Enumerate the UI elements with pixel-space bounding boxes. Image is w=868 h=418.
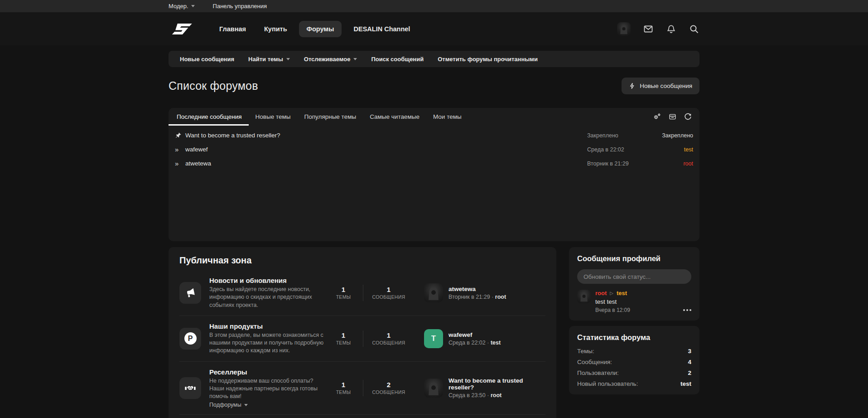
node-title[interactable]: Новости и обновления	[209, 277, 324, 284]
last-post-author[interactable]: test	[491, 340, 501, 346]
thread-user[interactable]: root	[683, 160, 693, 167]
subnav-mark-read[interactable]: Отметить форумы прочитанными	[438, 56, 538, 63]
new-posts-button[interactable]: Новые сообщения	[622, 78, 699, 94]
thread-meta: Вторник в 21:29 root	[587, 160, 693, 167]
page-content: Новые сообщения Найти темы Отслеживаемое…	[169, 45, 699, 418]
tab-most-read[interactable]: Самые читаемые	[363, 108, 426, 126]
stat-label: Пользователи:	[577, 369, 619, 376]
threads-stat: 1 ТЕМЫ	[324, 381, 363, 395]
last-post-title[interactable]: wafewef	[448, 331, 501, 338]
subforums-toggle[interactable]: Подфорумы	[209, 402, 324, 408]
thread-title[interactable]: atwetewa	[185, 160, 211, 167]
stat-row-users: Пользователи: 2	[577, 369, 691, 376]
last-post-meta: Среда в 22:02 · test	[448, 340, 501, 346]
thread-title[interactable]: wafewef	[185, 146, 208, 153]
last-post-date[interactable]: Среда в 22:02	[448, 340, 486, 346]
last-post-avatar[interactable]: T	[424, 329, 443, 348]
node-title[interactable]: Реселлеры	[209, 368, 324, 376]
compact-view-button[interactable]	[668, 112, 677, 121]
profile-post-avatar[interactable]	[577, 290, 591, 303]
subnav-find-threads-label: Найти темы	[248, 56, 283, 63]
caret-down-icon	[353, 58, 357, 60]
node-text: Новости и обновления Здесь вы найдете по…	[209, 277, 324, 309]
thread-date[interactable]: Среда в 22:02	[587, 146, 624, 153]
ellipsis-menu-icon[interactable]	[683, 308, 691, 312]
refresh-button[interactable]	[684, 112, 692, 121]
thread-date[interactable]: Вторник в 21:29	[587, 160, 629, 167]
node-text: Реселлеры Не поддерживаем ваш способ опл…	[209, 368, 324, 408]
caret-down-icon	[191, 5, 195, 7]
threads-count: 1	[324, 331, 363, 339]
tab-my-threads[interactable]: Мои темы	[426, 108, 468, 126]
admin-toolbar: Модер. Панель управления	[0, 0, 868, 12]
last-post-author[interactable]: root	[491, 392, 502, 399]
messages-label: СООБЩЕНИЯ	[363, 294, 414, 300]
threads-label: ТЕМЫ	[324, 340, 363, 345]
alerts-button[interactable]	[666, 24, 676, 34]
nav-desalin-channel[interactable]: DESALIN Channel	[347, 21, 416, 37]
p-circle-icon[interactable]: P	[179, 328, 201, 350]
tab-popular-threads[interactable]: Популярные темы	[298, 108, 363, 126]
profile-post-footer: Вчера в 12:09	[595, 307, 691, 313]
messages-count: 1	[363, 286, 414, 293]
user-avatar[interactable]	[617, 22, 631, 36]
thread-title[interactable]: Want to become a trusted reseller?	[185, 132, 280, 139]
last-post-meta: Вторник в 21:29 · root	[448, 294, 506, 300]
search-button[interactable]	[689, 24, 699, 34]
nav-home[interactable]: Главная	[213, 21, 252, 37]
thread-user[interactable]: Закреплено	[662, 132, 693, 139]
last-post-title[interactable]: atwetewa	[448, 286, 506, 292]
profile-post-target[interactable]: test	[617, 290, 627, 296]
handshake-icon[interactable]	[179, 377, 201, 399]
profile-post-author[interactable]: root	[595, 290, 607, 296]
p-letter: P	[184, 332, 197, 345]
last-post-avatar[interactable]	[424, 379, 443, 398]
last-post-author[interactable]: root	[495, 294, 506, 300]
node-last-post: T wafewef Среда в 22:02 · test	[424, 329, 545, 348]
separator: ·	[487, 392, 489, 399]
caret-down-icon	[244, 404, 248, 406]
profile-post: root ▷ test test test Вчера в 12:09	[577, 290, 691, 313]
last-post-date[interactable]: Среда в 23:50	[448, 392, 486, 399]
tab-latest-posts[interactable]: Последние сообщения	[169, 108, 249, 126]
last-post-avatar[interactable]	[424, 283, 443, 302]
last-post-date[interactable]: Вторник в 21:29	[448, 294, 490, 300]
thread-list: Want to become a trusted reseller? Закре…	[169, 128, 699, 170]
admin-panel-link[interactable]: Панель управления	[213, 3, 267, 10]
moderator-menu[interactable]: Модер.	[169, 3, 195, 10]
node-title[interactable]: Наши продукты	[209, 322, 324, 330]
subnav-watched[interactable]: Отслеживаемое	[304, 56, 357, 63]
node-last-post: atwetewa Вторник в 21:29 · root	[424, 283, 545, 302]
threads-label: ТЕМЫ	[324, 389, 363, 395]
inbox-button[interactable]	[643, 24, 654, 34]
megaphone-icon[interactable]	[179, 282, 201, 304]
profile-post-body: root ▷ test test test Вчера в 12:09	[595, 290, 691, 313]
nav-buy[interactable]: Купить	[258, 21, 294, 37]
subnav-search-posts[interactable]: Поиск сообщений	[371, 56, 424, 63]
brand-logo[interactable]	[169, 21, 192, 37]
nav-forums[interactable]: Форумы	[299, 21, 342, 37]
refresh-icon	[684, 112, 692, 121]
status-input[interactable]	[577, 269, 691, 284]
profile-post-content[interactable]: test test	[595, 298, 691, 305]
stat-label: Новый пользователь:	[577, 380, 638, 387]
last-post-title[interactable]: Want to become a trusted reseller?	[448, 377, 545, 391]
stat-value: 2	[688, 369, 691, 376]
lightning-icon	[629, 82, 636, 90]
messages-count: 2	[363, 381, 414, 389]
category-title[interactable]: Публичная зона	[179, 255, 545, 266]
tab-new-threads[interactable]: Новые темы	[249, 108, 298, 126]
forum-node-list: Новости и обновления Здесь вы найдете по…	[179, 270, 545, 418]
thread-user[interactable]: test	[684, 146, 693, 153]
subnav-new-posts[interactable]: Новые сообщения	[180, 56, 234, 63]
forum-node-resellers: Реселлеры Не поддерживаем ваш способ опл…	[179, 361, 545, 415]
stat-value[interactable]: test	[680, 380, 691, 387]
widget-settings-button[interactable]	[653, 112, 661, 121]
profile-post-date[interactable]: Вчера в 12:09	[595, 307, 630, 313]
subnav-find-threads[interactable]: Найти темы	[248, 56, 290, 63]
page-title: Список форумов	[169, 79, 258, 92]
stat-row-messages: Сообщения: 4	[577, 359, 691, 365]
thread-meta: Среда в 22:02 test	[587, 146, 693, 153]
messages-stat: 1 СООБЩЕНИЯ	[363, 286, 414, 300]
category-public-zone: Публичная зона Новости и обновления Здес…	[169, 247, 556, 418]
